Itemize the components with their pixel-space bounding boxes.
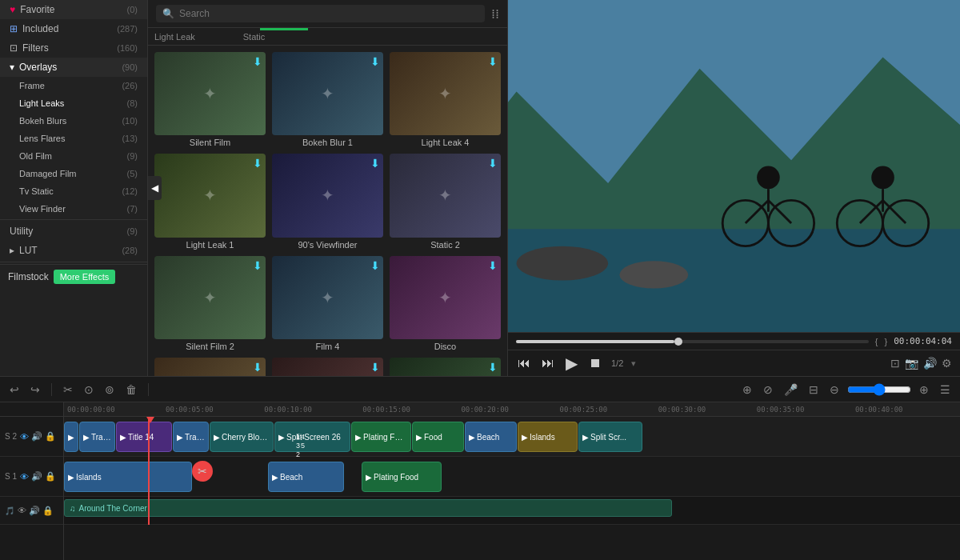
time-display: 00:00:04:04 — [894, 336, 952, 346]
sidebar-item-overlays[interactable]: ▾ Overlays (90) — [0, 58, 147, 77]
sidebar-count-filters: (160) — [117, 43, 138, 53]
redo-button[interactable]: ↪ — [27, 382, 43, 398]
fullscreen-icon[interactable]: ⊡ — [890, 357, 900, 370]
overlay-thumb-6[interactable]: ✦⬇Silent Film 2 — [154, 256, 266, 351]
sidebar-item-old-film[interactable]: Old Film (9) — [0, 147, 147, 165]
clip-track2-1[interactable]: ▶Travel — [79, 422, 115, 452]
sidebar-count-included: (287) — [117, 24, 138, 34]
trim-button[interactable]: ⊘ — [760, 382, 776, 398]
sidebar-item-frame[interactable]: Frame (26) — [0, 77, 147, 94]
sidebar-item-light-leaks[interactable]: Light Leaks (8) — [0, 94, 147, 112]
clip-track2-2[interactable]: ▶Title 14 — [116, 422, 172, 452]
sidebar-item-favorite[interactable]: ♥ Favorite (0) — [0, 0, 147, 19]
scissors-button[interactable]: ✂ — [60, 382, 76, 398]
search-input[interactable] — [179, 8, 478, 19]
sidebar-item-lut[interactable]: ▸ LUT (28) — [0, 241, 147, 260]
clip-play-icon: ▶ — [83, 433, 90, 442]
overlay-thumb-5[interactable]: ✦⬇Static 2 — [390, 154, 501, 249]
sidebar-count-lens-flares: (13) — [122, 134, 138, 143]
volume-icon[interactable]: 🔊 — [923, 357, 937, 370]
clip-track2-3[interactable]: ▶Travel — [173, 422, 209, 452]
overlay-thumb-10[interactable]: ✦⬇Extremely Dirty Film — [272, 358, 383, 376]
clip-track1-0[interactable]: ▶Islands — [64, 462, 192, 492]
sidebar-count-bokeh-blurs: (10) — [122, 116, 138, 126]
track-1-eye-icon[interactable]: 👁 — [20, 472, 29, 482]
overlay-thumb-9[interactable]: ✦⬇Sparkle — [154, 358, 266, 376]
audio-icons: 👁 🔊 🔒 — [18, 506, 54, 516]
zoom-slider[interactable] — [847, 383, 911, 396]
zoom-out-button[interactable]: ⊖ — [826, 382, 842, 398]
track-2-id: S 2 — [5, 432, 17, 441]
sidebar-count-lut: (28) — [122, 246, 138, 255]
undo-button[interactable]: ↩ — [6, 382, 22, 398]
settings-icon[interactable]: ⚙ — [942, 357, 952, 370]
clip-label: Islands — [530, 433, 555, 442]
audio-lock-icon[interactable]: 🔒 — [42, 506, 54, 516]
time-slider[interactable] — [516, 340, 869, 343]
overlay-thumb-11[interactable]: ✦⬇VHS Distortion Bad — [390, 358, 501, 376]
overlay-thumb-4[interactable]: ✦⬇90's Viewfinder — [272, 154, 383, 249]
sidebar-item-included[interactable]: ⊞ Included (287) — [0, 19, 147, 38]
audio-clip[interactable]: ♫Around The Corner — [64, 499, 672, 517]
media-nav-arrow[interactable]: ◀ — [148, 176, 162, 200]
overlay-thumb-3[interactable]: ✦⬇Light Leak 1 — [154, 154, 266, 249]
track-2-eye-icon[interactable]: 👁 — [20, 432, 29, 442]
track-2-audio-icon[interactable]: 🔊 — [31, 431, 42, 442]
overlay-thumb-0[interactable]: ✦⬇Silent Film — [154, 52, 266, 147]
subtitle-button[interactable]: ⊟ — [806, 382, 822, 398]
clip-track2-4[interactable]: ▶Cherry Blossom — [210, 422, 274, 452]
sidebar-item-utility[interactable]: Utility (9) — [0, 222, 147, 241]
stop-button[interactable]: ⏹ — [587, 354, 603, 372]
clip-track2-8[interactable]: ▶Beach — [465, 422, 517, 452]
delete-button[interactable]: 🗑 — [122, 382, 140, 398]
clip-track2-5[interactable]: ▶Split Screen 26 — [274, 422, 350, 452]
track-labels: S 2 👁 🔊 🔒 S 1 👁 🔊 🔒 🎵 👁 — [0, 402, 64, 560]
grid-view-icon[interactable]: ⁞⁞ — [491, 6, 499, 22]
track-2-icons: 👁 🔊 🔒 — [20, 431, 56, 442]
layout-button[interactable]: ☰ — [937, 382, 954, 398]
play-button[interactable]: ▶ — [564, 352, 579, 374]
ruler-mark: 00:00:40:00 — [855, 406, 954, 414]
sidebar-item-damaged-film[interactable]: Damaged Film (5) — [0, 165, 147, 182]
overlay-thumb-1[interactable]: ✦⬇Bokeh Blur 1 — [272, 52, 383, 147]
copy-button[interactable]: ⊙ — [81, 382, 97, 398]
clip-track2-10[interactable]: ▶Split Scr... — [578, 422, 642, 452]
mic-button[interactable]: 🎤 — [781, 382, 801, 398]
clip-track1-1[interactable]: ▶Beach — [268, 462, 344, 492]
clip-label: Islands — [76, 473, 102, 482]
search-bar[interactable]: 🔍 — [156, 5, 485, 22]
overlay-thumb-7[interactable]: ✦⬇Film 4 — [272, 256, 383, 351]
audio-eye-icon[interactable]: 👁 — [18, 506, 26, 515]
clip-track2-0[interactable]: ▶T — [64, 422, 78, 452]
play-back-button[interactable]: ⏭ — [540, 354, 556, 372]
paste-button[interactable]: ⊚ — [102, 382, 118, 398]
tab-static[interactable]: Static — [243, 32, 266, 43]
sidebar-item-filters[interactable]: ⊡ Filters (160) — [0, 38, 147, 58]
clip-track2-9[interactable]: ▶Islands — [518, 422, 578, 452]
clip-track2-6[interactable]: ▶Plating Food — [351, 422, 411, 452]
overlay-thumb-8[interactable]: ✦⬇Disco — [390, 256, 501, 351]
preview-controls: { } 00:00:04:04 — [508, 332, 960, 350]
step-back-button[interactable]: ⏮ — [516, 354, 532, 372]
clip-track1-2[interactable]: ▶Plating Food — [362, 462, 442, 492]
more-effects-button[interactable]: More Effects — [54, 270, 116, 284]
track-1-icons: 👁 🔊 🔒 — [20, 471, 56, 482]
track-2-lock-icon[interactable]: 🔒 — [45, 431, 56, 442]
cut-icon[interactable]: ✂ — [192, 461, 213, 482]
split-num-3: 3 — [296, 442, 300, 450]
snap-button[interactable]: ⊕ — [739, 382, 755, 398]
audio-mute-icon[interactable]: 🔊 — [29, 506, 40, 516]
sidebar-count-frame: (26) — [122, 81, 138, 90]
track-1-lock-icon[interactable]: 🔒 — [45, 471, 56, 482]
track-1-audio-icon[interactable]: 🔊 — [31, 471, 42, 482]
sidebar-item-lens-flares[interactable]: Lens Flares (13) — [0, 130, 147, 147]
tracks-body: ▶T▶Travel▶Title 14▶Travel▶Cherry Blossom… — [64, 417, 960, 525]
overlay-thumb-2[interactable]: ✦⬇Light Leak 4 — [390, 52, 501, 147]
clip-track2-7[interactable]: ▶Food — [412, 422, 464, 452]
sidebar-item-view-finder[interactable]: View Finder (7) — [0, 200, 147, 218]
sidebar-item-bokeh-blurs[interactable]: Bokeh Blurs (10) — [0, 112, 147, 130]
snapshot-icon[interactable]: 📷 — [905, 357, 918, 370]
tab-light-leak[interactable]: Light Leak — [154, 32, 195, 43]
zoom-in-button[interactable]: ⊕ — [916, 382, 932, 398]
sidebar-item-tv-static[interactable]: Tv Static (12) — [0, 182, 147, 200]
